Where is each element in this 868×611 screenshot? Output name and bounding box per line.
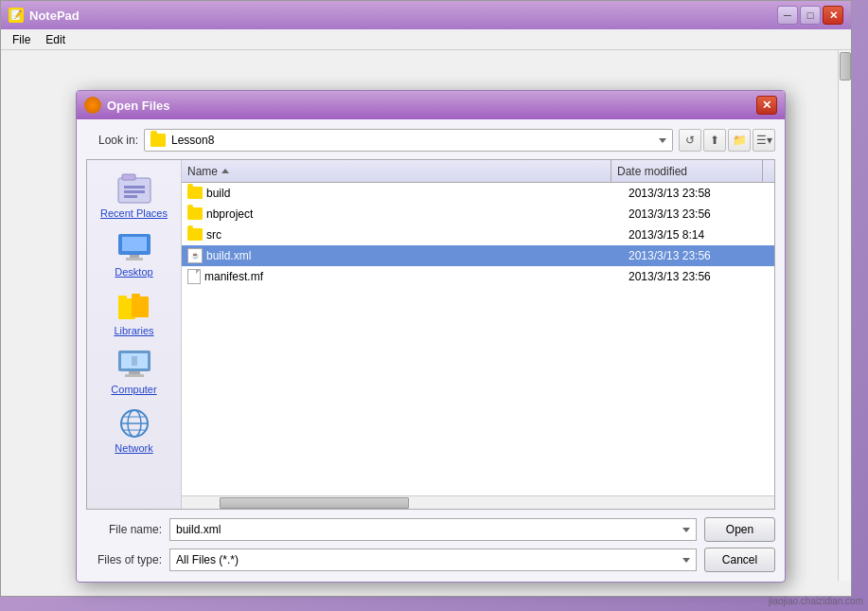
- file-list[interactable]: build 2013/3/13 23:58 nbproject 2013/3/1…: [182, 183, 774, 495]
- svg-rect-12: [132, 294, 140, 297]
- sidebar-item-computer[interactable]: Computer: [92, 344, 177, 399]
- bottom-bar: File name: build.xml Open Files of type:…: [86, 517, 775, 572]
- file-name-cell: src: [182, 226, 623, 243]
- scrollbar-thumb: [840, 52, 851, 81]
- svg-rect-3: [124, 190, 145, 193]
- svg-rect-2: [124, 186, 145, 189]
- file-date-cell: 2013/3/15 8:14: [623, 226, 774, 243]
- sidebar-item-desktop[interactable]: Desktop: [92, 226, 177, 281]
- table-row[interactable]: nbproject 2013/3/13 23:56: [182, 204, 774, 225]
- sidebar-label-desktop: Desktop: [115, 266, 152, 278]
- dialog-icon: [84, 97, 101, 114]
- look-in-dropdown[interactable]: Lesson8: [144, 129, 673, 152]
- svg-rect-4: [124, 195, 137, 198]
- window-controls: ─ □ ✕: [777, 6, 843, 25]
- look-in-label: Look in:: [86, 134, 138, 147]
- maximize-button[interactable]: □: [800, 6, 821, 25]
- file-generic-icon: [187, 269, 201, 284]
- file-name-cell: nbproject: [182, 206, 623, 223]
- sidebar-label-network: Network: [115, 442, 152, 454]
- dialog-title: Open Files: [107, 99, 169, 113]
- col-header-name[interactable]: Name: [182, 160, 611, 182]
- svg-rect-8: [126, 258, 143, 261]
- open-files-dialog: Open Files ✕ Look in: Lesson8 ↺ ⬆ 📁 ☰▾: [76, 90, 786, 583]
- filetype-row: Files of type: All Files (*.*) Cancel: [86, 548, 775, 572]
- xml-icon: ☕: [187, 248, 203, 263]
- filetype-dropdown-arrow: [682, 558, 690, 563]
- table-row[interactable]: manifest.mf 2013/3/13 23:56: [182, 266, 774, 287]
- folder-icon: [151, 134, 166, 147]
- table-row[interactable]: build 2013/3/13 23:58: [182, 183, 774, 204]
- file-date-cell: 2013/3/13 23:56: [623, 247, 774, 264]
- notepad-title: NotePad: [29, 9, 80, 23]
- h-scrollbar-thumb: [220, 497, 409, 509]
- sidebar-label-computer: Computer: [111, 384, 156, 395]
- sidebar-item-recent-places[interactable]: Recent Places: [92, 168, 177, 223]
- filename-row: File name: build.xml Open: [86, 517, 775, 542]
- filetype-label: Files of type:: [86, 553, 162, 566]
- desktop-icon: [115, 230, 153, 264]
- sidebar-item-network[interactable]: Network: [92, 403, 177, 458]
- table-row[interactable]: ☕ build.xml 2013/3/13 23:56: [182, 245, 774, 266]
- svg-rect-16: [125, 374, 144, 377]
- folder-icon-small: [187, 228, 203, 241]
- svg-rect-1: [122, 174, 135, 180]
- menu-file[interactable]: File: [5, 31, 38, 48]
- dialog-body: Look in: Lesson8 ↺ ⬆ 📁 ☰▾: [77, 119, 785, 582]
- close-button[interactable]: ✕: [823, 6, 843, 25]
- filename-label: File name:: [86, 523, 162, 536]
- svg-rect-6: [122, 237, 147, 251]
- filename-dropdown-arrow: [682, 528, 690, 532]
- sidebar-label-recent-places: Recent Places: [100, 207, 168, 219]
- svg-rect-17: [132, 356, 137, 366]
- sidebar-item-libraries[interactable]: Libraries: [92, 285, 177, 340]
- notepad-titlebar: 📝 NotePad ─ □ ✕: [1, 1, 851, 29]
- computer-icon: [115, 348, 153, 382]
- look-in-arrow: [659, 138, 666, 143]
- toolbar-icons: ↺ ⬆ 📁 ☰▾: [679, 129, 775, 152]
- file-date-cell: 2013/3/13 23:56: [623, 206, 774, 223]
- up-folder-icon[interactable]: ⬆: [703, 129, 726, 152]
- notepad-scrollbar[interactable]: [838, 50, 851, 581]
- minimize-button[interactable]: ─: [777, 6, 798, 25]
- filename-input[interactable]: build.xml: [169, 518, 697, 541]
- file-list-header: Name Date modified: [182, 160, 774, 183]
- col-header-date[interactable]: Date modified: [611, 160, 763, 182]
- svg-rect-10: [118, 296, 127, 299]
- file-date-cell: 2013/3/13 23:58: [623, 185, 774, 202]
- back-icon[interactable]: ↺: [679, 129, 701, 152]
- file-list-area: Name Date modified build: [182, 160, 774, 509]
- sort-arrow-name: [221, 169, 229, 173]
- look-in-bar: Look in: Lesson8 ↺ ⬆ 📁 ☰▾: [86, 129, 775, 152]
- dialog-titlebar: Open Files ✕: [77, 91, 785, 119]
- sidebar: Recent Places Desktop: [87, 160, 182, 509]
- dialog-close-button[interactable]: ✕: [756, 96, 777, 115]
- watermark: jiaojiao.chaizidian.com: [769, 596, 863, 606]
- sidebar-label-libraries: Libraries: [114, 325, 153, 336]
- table-row[interactable]: src 2013/3/15 8:14: [182, 225, 774, 245]
- file-date-cell: 2013/3/13 23:56: [623, 268, 774, 285]
- notepad-menubar: File Edit: [1, 29, 851, 50]
- file-name-cell: ☕ build.xml: [182, 246, 623, 265]
- notepad-icon: 📝: [9, 8, 24, 23]
- folder-icon-small: [187, 207, 203, 220]
- look-in-value: Lesson8: [171, 134, 214, 147]
- view-options-icon[interactable]: ☰▾: [753, 129, 775, 152]
- main-area: Recent Places Desktop: [86, 159, 775, 510]
- create-folder-icon[interactable]: 📁: [728, 129, 751, 152]
- open-button[interactable]: Open: [704, 517, 775, 542]
- network-icon: [115, 406, 153, 440]
- menu-edit[interactable]: Edit: [38, 31, 73, 48]
- svg-rect-11: [132, 297, 149, 317]
- file-name-cell: build: [182, 185, 623, 202]
- filetype-dropdown[interactable]: All Files (*.*): [169, 548, 697, 571]
- libraries-icon: [115, 289, 153, 323]
- folder-icon-small: [187, 187, 203, 199]
- cancel-button[interactable]: Cancel: [704, 548, 775, 572]
- recent-places-icon: [115, 171, 153, 206]
- horizontal-scrollbar[interactable]: [182, 495, 774, 509]
- col-header-extra: [763, 160, 774, 182]
- file-name-cell: manifest.mf: [182, 267, 623, 286]
